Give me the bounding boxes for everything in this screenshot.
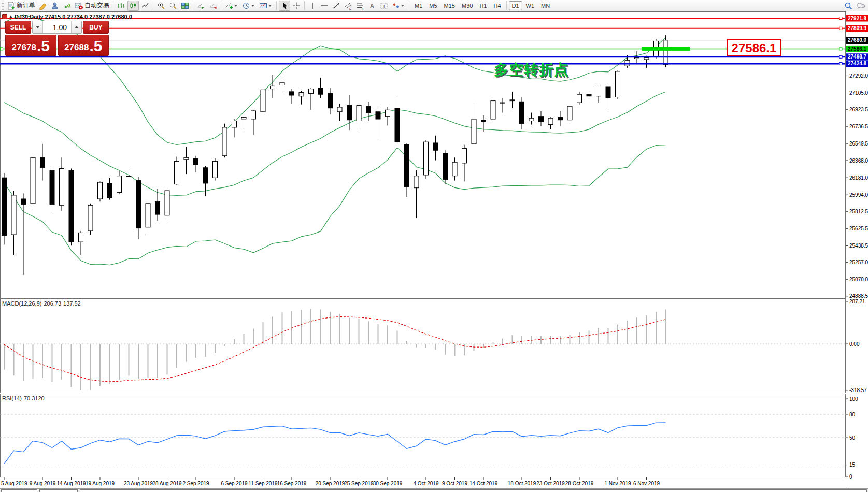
bar-chart-button[interactable]: [116, 1, 127, 11]
arrows-shapes-button[interactable]: [390, 1, 407, 11]
volume-increase-button[interactable]: [71, 21, 81, 33]
timeframe-h4[interactable]: H4: [490, 1, 504, 10]
cursor-button[interactable]: [279, 1, 290, 11]
svg-text:26181.0: 26181.0: [849, 175, 868, 181]
trendline-button[interactable]: [331, 1, 342, 11]
chart-tab[interactable]: [39, 489, 78, 492]
chart-tab[interactable]: [80, 489, 867, 492]
sell-price-fraction: .5: [37, 38, 50, 54]
text-icon: A: [368, 2, 376, 10]
separator: [304, 1, 305, 10]
svg-text:27498.7: 27498.7: [848, 54, 867, 60]
timeframe-d1[interactable]: D1: [509, 1, 522, 10]
candlestick-chart-button[interactable]: [127, 1, 139, 11]
svg-text:0.00: 0.00: [849, 341, 860, 347]
chart-shift-button[interactable]: [207, 1, 219, 11]
separator: [153, 1, 153, 10]
dropdown-caret-icon: [401, 5, 404, 7]
svg-text:25257.0: 25257.0: [849, 259, 868, 265]
tile-windows-button[interactable]: [179, 1, 191, 11]
svg-text:25 Sep 2019: 25 Sep 2019: [344, 481, 374, 486]
volume-stepper: 1.00: [32, 21, 82, 34]
svg-text:80: 80: [849, 412, 856, 417]
svg-text:25812.5: 25812.5: [849, 209, 868, 214]
volume-decrease-button[interactable]: [33, 21, 43, 33]
svg-text:18 Oct 2019: 18 Oct 2019: [508, 481, 536, 486]
price-chart-canvas[interactable]: 27292.027105.026923.526736.526549.526368…: [0, 11, 868, 492]
chat-button[interactable]: [855, 1, 867, 11]
text-button[interactable]: A: [366, 1, 378, 11]
separator: [276, 1, 277, 10]
new-order-button[interactable]: 新订单: [5, 1, 37, 11]
timeframe-w1[interactable]: W1: [523, 1, 538, 10]
fibonacci-icon: F: [356, 2, 364, 10]
separator: [409, 1, 409, 10]
svg-text:5 Aug 2019: 5 Aug 2019: [1, 481, 27, 486]
search-button[interactable]: [843, 1, 854, 11]
zoom-out-button[interactable]: [167, 1, 179, 11]
horizontal-line-button[interactable]: [319, 1, 330, 11]
crosshair-button[interactable]: [291, 1, 302, 11]
sell-price: 27678: [12, 41, 36, 54]
macd-signal-value: 137.52: [63, 300, 81, 307]
svg-text:27680.0: 27680.0: [848, 37, 867, 43]
bar-chart-icon: [117, 2, 125, 10]
ohlc-values: 27415.0 27734.0 27387.0 27680.0: [45, 13, 132, 20]
timeframe-mn[interactable]: MN: [538, 1, 553, 10]
chart-window-icon: [2, 14, 7, 19]
separator: [506, 1, 507, 10]
timeframe-m5[interactable]: M5: [426, 1, 440, 10]
date-axis: 5 Aug 20199 Aug 201914 Aug 201919 Aug 20…: [1, 477, 660, 486]
crosshair-icon: [292, 2, 301, 10]
price-level-callout[interactable]: 27586.1: [727, 39, 781, 56]
svg-text:27921.8: 27921.8: [848, 16, 867, 21]
community-icon: [51, 2, 59, 10]
timeframe-m1[interactable]: M1: [411, 1, 425, 10]
one-click-trading-panel: SELL 1.00 BUY 27678 .5 27688 .5: [5, 21, 109, 56]
community-button[interactable]: [49, 1, 61, 11]
templates-icon: [259, 2, 267, 10]
zoom-out-icon: [169, 2, 177, 10]
line-chart-button[interactable]: [139, 1, 151, 11]
sell-button[interactable]: SELL: [5, 21, 31, 34]
chart-tab-strip: [0, 488, 868, 492]
svg-text:14 Aug 2019: 14 Aug 2019: [56, 481, 86, 486]
svg-text:14 Oct 2019: 14 Oct 2019: [469, 481, 498, 486]
vertical-line-button[interactable]: [307, 1, 318, 11]
dropdown-caret-icon: [234, 5, 237, 7]
macd-main-value: 206.73: [44, 300, 61, 307]
timeframe-m30[interactable]: M30: [459, 1, 476, 10]
signals-button[interactable]: [61, 1, 73, 11]
templates-button[interactable]: [258, 1, 274, 11]
separator: [113, 1, 113, 10]
text-label-button[interactable]: T: [378, 1, 390, 11]
mt4-window: 新订单 自动交易 E F A T: [0, 0, 868, 492]
indicators-button[interactable]: [223, 1, 240, 11]
rsi-indicator-label: RSI(14)70.3120: [2, 395, 47, 401]
periods-button[interactable]: [240, 1, 257, 11]
chart-text-annotation[interactable]: 多空转折点: [494, 60, 569, 80]
arrows-shapes-icon: [392, 2, 400, 10]
auto-scroll-button[interactable]: [195, 1, 207, 11]
equidistant-channel-button[interactable]: E: [343, 1, 354, 11]
zoom-in-button[interactable]: [155, 1, 167, 11]
signals-icon: [63, 2, 71, 10]
svg-text:100: 100: [849, 396, 858, 402]
text-label-icon: T: [380, 2, 388, 10]
metaeditor-button[interactable]: [37, 1, 49, 11]
volume-input[interactable]: 1.00: [43, 21, 71, 33]
panel-frames: [1, 11, 846, 488]
fibonacci-button[interactable]: F: [354, 1, 366, 11]
chart-tab[interactable]: [1, 489, 37, 492]
timeframe-h1[interactable]: H1: [476, 1, 490, 10]
timeframe-m15[interactable]: M15: [441, 1, 458, 10]
symbol-period-label: DJ30,Daily: [15, 13, 44, 20]
buy-price-button[interactable]: 27688 .5: [58, 35, 109, 56]
chart-collapse-icon: ▲: [9, 15, 13, 19]
sell-price-button[interactable]: 27678 .5: [5, 35, 56, 56]
macd-indicator-label: MACD(12,26,9)206.73137.52: [2, 300, 83, 307]
buy-button[interactable]: BUY: [83, 21, 109, 34]
svg-text:25438.5: 25438.5: [849, 243, 868, 249]
autotrading-button[interactable]: 自动交易: [73, 1, 111, 11]
main-toolbar: 新订单 自动交易 E F A T: [0, 0, 868, 11]
